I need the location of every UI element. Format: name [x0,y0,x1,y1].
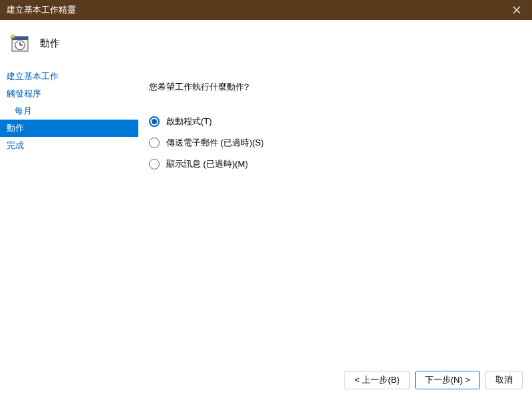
radio-indicator [149,116,160,127]
window-title: 建立基本工作精靈 [7,0,76,20]
sidebar-item-trigger[interactable]: 觸發程序 [0,85,138,102]
wizard-header: 動作 [0,20,532,66]
radio-indicator [149,138,160,148]
sidebar-item-label: 完成 [7,140,24,151]
sidebar-item-label: 每月 [15,105,32,117]
action-question: 您希望工作執行什麼動作? [149,81,519,93]
sidebar-item-label: 動作 [7,122,24,134]
sidebar-item-action[interactable]: 動作 [0,120,138,137]
close-button[interactable] [501,0,532,20]
wizard-sidebar: 建立基本工作 觸發程序 每月 動作 完成 [0,66,138,364]
content-area: 建立基本工作 觸發程序 每月 動作 完成 您希望工作執行什麼動作? 啟動程式(T… [0,66,532,364]
radio-display-message[interactable]: 顯示訊息 (已過時)(M) [149,158,519,170]
radio-label: 顯示訊息 (已過時)(M) [166,158,248,170]
titlebar: 建立基本工作精靈 [0,0,532,20]
main-panel: 您希望工作執行什麼動作? 啟動程式(T) 傳送電子郵件 (已過時)(S) 顯示訊… [138,66,532,364]
wizard-footer: < 上一步(B) 下一步(N) > 取消 [0,364,532,396]
close-icon [513,6,521,14]
radio-send-email[interactable]: 傳送電子郵件 (已過時)(S) [149,137,519,149]
radio-label: 啟動程式(T) [166,116,212,128]
page-title: 動作 [40,37,60,50]
back-button[interactable]: < 上一步(B) [344,371,410,389]
sidebar-item-label: 觸發程序 [7,88,41,100]
action-radio-group: 啟動程式(T) 傳送電子郵件 (已過時)(S) 顯示訊息 (已過時)(M) [149,116,519,170]
sidebar-item-create-basic-task[interactable]: 建立基本工作 [0,68,138,85]
radio-dot-icon [152,119,157,124]
cancel-button[interactable]: 取消 [485,371,523,389]
radio-start-program[interactable]: 啟動程式(T) [149,116,519,128]
sidebar-item-finish[interactable]: 完成 [0,137,138,154]
sidebar-item-monthly[interactable]: 每月 [0,102,138,120]
next-button[interactable]: 下一步(N) > [415,371,480,389]
scheduler-icon [9,33,31,54]
radio-label: 傳送電子郵件 (已過時)(S) [166,137,264,149]
radio-indicator [149,159,160,169]
svg-rect-3 [12,37,28,40]
sidebar-item-label: 建立基本工作 [7,70,59,82]
